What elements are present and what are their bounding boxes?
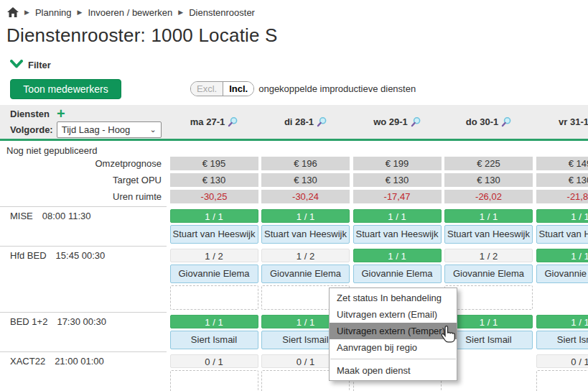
column-header: di 28-1 <box>261 116 350 127</box>
employee-cell[interactable]: Stuart van Heeswijk <box>170 225 258 244</box>
column-header-label: do 30-1 <box>466 116 499 127</box>
open-slot-row <box>0 370 588 391</box>
employee-cell[interactable]: Siert Ismail <box>536 331 588 349</box>
summary-value-cell: € 195 <box>170 157 258 170</box>
summary-row: Target OPU€ 130€ 130€ 130€ 130€ 130 <box>0 173 588 187</box>
summary-value-cell: € 196 <box>261 157 350 170</box>
shift-count-cell[interactable]: 1 / 1 <box>261 209 350 223</box>
shift-count-cell[interactable]: 1 / 1 <box>536 209 588 223</box>
employee-row: Siert IsmailSiert IsmailSiert IsmailSier… <box>0 331 588 349</box>
menu-item[interactable]: Aanvragen bij regio <box>330 339 457 356</box>
summary-row: Omzetprognose€ 195€ 196€ 199€ 225€ 149 <box>0 157 588 170</box>
shift-count-cell[interactable]: 1 / 2 <box>170 249 258 262</box>
search-icon[interactable] <box>228 116 238 127</box>
shift-count-cell[interactable]: 0 / 1 <box>536 354 588 368</box>
home-icon[interactable] <box>7 7 19 18</box>
service-row: MISE08:00 11:301 / 11 / 11 / 11 / 11 / 1… <box>0 206 588 244</box>
summary-value-cell: € 130 <box>261 173 350 187</box>
service-label: Hfd BED15:45 00:30 <box>0 249 167 262</box>
service-name: XACT22 <box>10 356 45 367</box>
open-slot-cell[interactable] <box>536 370 588 391</box>
menu-item[interactable]: Uitvragen extern (Temper) <box>330 323 457 339</box>
filter-toggle[interactable]: Filter <box>0 47 588 71</box>
summary-value-cell: € 225 <box>444 157 533 170</box>
breadcrumb: ▶Planning▶Invoeren / bewerken▶Dienstenro… <box>0 0 588 19</box>
service-row: Hfd BED15:45 00:301 / 21 / 21 / 11 / 21 … <box>0 246 588 310</box>
sort-select[interactable]: Tijd Laag - Hoog ⌄ <box>57 121 162 138</box>
shift-count-cell[interactable]: 1 / 1 <box>353 209 442 223</box>
search-icon[interactable] <box>411 116 421 127</box>
cursor-pointer-icon <box>439 325 457 348</box>
column-header: wo 29-1 <box>353 116 442 127</box>
add-dienst-icon[interactable]: + <box>57 108 65 119</box>
service-name: Hfd BED <box>10 250 47 261</box>
employee-cell[interactable]: Stuart van Heeswijk <box>261 225 350 244</box>
shift-count-row: Hfd BED15:45 00:301 / 21 / 21 / 11 / 21 … <box>0 249 588 262</box>
employee-cell[interactable]: Giovannie Elema <box>353 264 442 283</box>
summary-row-label: Target OPU <box>0 173 167 187</box>
shift-count-row: BED 1+217:30 00:301 / 11 / 11 / 11 / 11 … <box>0 315 588 328</box>
employee-cell[interactable]: Siert Ismail <box>170 331 258 349</box>
summary-value-cell: € 130 <box>444 173 533 187</box>
shift-count-cell[interactable]: 1 / 1 <box>353 249 442 262</box>
shift-count-cell[interactable]: 1 / 1 <box>536 315 588 328</box>
shift-count-row: MISE08:00 11:301 / 11 / 11 / 11 / 11 / 1 <box>0 209 588 223</box>
employee-cell[interactable]: Stuart van Heeswijk <box>444 225 533 244</box>
employee-cell[interactable]: Siert Ismail <box>444 331 533 349</box>
employee-cell[interactable]: Giovannie Elema <box>170 264 258 283</box>
show-employees-button[interactable]: Toon medewerkers <box>10 79 121 99</box>
service-label: BED 1+217:30 00:30 <box>0 315 167 328</box>
menu-item[interactable]: Zet status In behandeling <box>330 290 457 306</box>
service-label: XACT2221:00 01:00 <box>0 354 167 368</box>
menu-item[interactable]: Maak open dienst <box>330 362 457 379</box>
breadcrumb-item[interactable]: Planning <box>35 7 72 18</box>
shift-count-cell[interactable]: 0 / 1 <box>170 354 258 368</box>
menu-item[interactable]: Uitvragen extern (Email) <box>330 306 457 323</box>
page-title: Dienstenrooster: 1000 Locatie S <box>0 19 588 47</box>
breadcrumb-item[interactable]: Invoeren / bewerken <box>88 7 172 18</box>
context-menu: Zet status In behandelingUitvragen exter… <box>329 288 457 381</box>
shift-count-cell[interactable]: 1 / 1 <box>444 209 533 223</box>
open-slot-cell[interactable] <box>170 285 258 310</box>
employee-cell[interactable]: Stuart van Heeswijk <box>353 225 442 244</box>
service-row: XACT2221:00 01:000 / 10 / 10 / 10 / 1 <box>0 351 588 391</box>
shift-count-cell[interactable]: 1 / 1 <box>170 209 258 223</box>
employee-cell[interactable]: Giovannie Elema <box>261 264 350 283</box>
search-icon[interactable] <box>317 116 327 127</box>
shift-count-cell[interactable]: 1 / 1 <box>536 249 588 262</box>
service-name: BED 1+2 <box>10 316 47 327</box>
publish-status-note: Nog niet gepubliceerd <box>0 141 588 157</box>
open-slot-row <box>0 285 588 310</box>
summary-value-cell: -21,85 <box>536 190 588 203</box>
shift-count-cell[interactable]: 1 / 1 <box>170 315 258 328</box>
summary-row: Uren ruimte-30,25-30,24-17,47-26,02-21,8… <box>0 190 588 203</box>
employee-cell[interactable]: Giovannie Elema <box>536 264 588 283</box>
employee-cell[interactable]: Giovannie Elema <box>444 264 533 283</box>
open-slot-cell[interactable] <box>170 370 258 391</box>
open-slot-cell[interactable] <box>444 285 533 310</box>
summary-value-cell: € 130 <box>536 173 588 187</box>
search-icon[interactable] <box>501 116 511 127</box>
employee-cell[interactable]: Stuart van Heeswijk <box>536 225 588 244</box>
breadcrumb-separator-icon: ▶ <box>78 9 83 16</box>
row-divider <box>0 312 167 313</box>
shift-count-row: XACT2221:00 01:000 / 10 / 10 / 10 / 1 <box>0 354 588 368</box>
shift-count-cell[interactable]: 1 / 2 <box>444 249 533 262</box>
shift-count-cell[interactable]: 1 / 1 <box>444 315 533 328</box>
column-header: do 30-1 <box>444 116 533 127</box>
row-divider <box>0 206 167 207</box>
summary-value-cell: -26,02 <box>444 190 533 203</box>
summary-value-cell: € 130 <box>170 173 258 187</box>
toggle-incl-option[interactable]: Incl. <box>223 82 253 96</box>
menu-separator <box>330 359 456 359</box>
employee-row: Stuart van HeeswijkStuart van HeeswijkSt… <box>0 225 588 244</box>
row-divider <box>0 246 167 247</box>
roster-body: Omzetprognose€ 195€ 196€ 199€ 225€ 149Ta… <box>0 157 588 391</box>
toggle-excl-option[interactable]: Excl. <box>191 82 223 96</box>
breadcrumb-item[interactable]: Dienstenrooster <box>189 7 255 18</box>
volgorde-label: Volgorde: <box>10 124 53 135</box>
shift-count-cell[interactable]: 1 / 2 <box>261 249 350 262</box>
column-header-label: ma 27-1 <box>190 116 225 127</box>
service-label: MISE08:00 11:30 <box>0 209 167 223</box>
summary-row-label: Omzetprognose <box>0 157 167 170</box>
